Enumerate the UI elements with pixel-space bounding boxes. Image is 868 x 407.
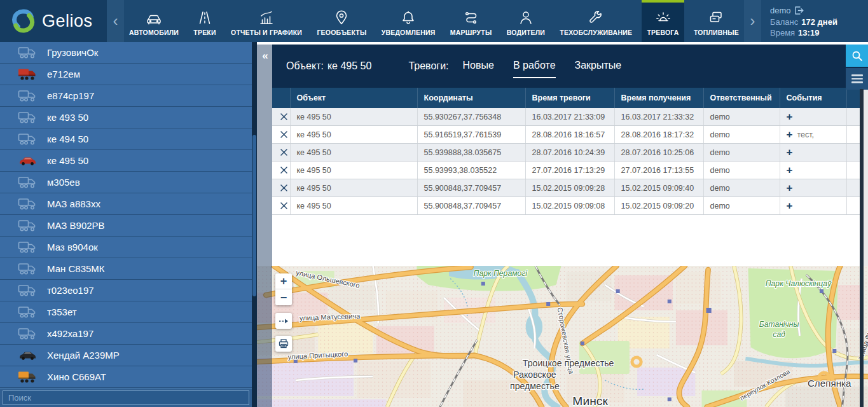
hamburger-icon [851, 74, 863, 76]
panel-search-button[interactable] [846, 45, 868, 67]
add-event-button[interactable]: + [787, 200, 793, 211]
vehicle-name: Хендай А239МР [47, 350, 120, 361]
map-zoom-controls: + − [275, 273, 292, 305]
search-input[interactable] [3, 390, 249, 405]
vehicle-list-item[interactable]: Хендай А239МР [0, 345, 252, 366]
vehicle-list-item[interactable]: м305ев [0, 172, 252, 193]
panel-menu-button[interactable] [846, 68, 868, 90]
vehicle-list-item[interactable]: т023ео197 [0, 280, 252, 301]
sidebar-scrollbar[interactable] [252, 42, 257, 407]
tab-new[interactable]: Новые [463, 60, 494, 78]
alarm-row[interactable]: ке 495 5055.93993,38.03552227.07.2016 17… [272, 162, 860, 179]
close-alarm-button[interactable] [279, 130, 289, 139]
alarm-row[interactable]: ке 495 5055.900848,37.70945715.02.2015 0… [272, 179, 860, 197]
column-header[interactable]: События [780, 88, 846, 108]
cell-events: + [780, 179, 846, 197]
nav-item-marshruty[interactable]: МАРШРУТЫ [445, 0, 497, 42]
map-label-rakovskoe-1: Раковское [513, 369, 556, 380]
vehicle-list-item[interactable]: Ман С835МК [0, 258, 252, 280]
chevron-left-icon: ‹ [113, 12, 118, 30]
close-alarm-button[interactable] [279, 112, 289, 121]
close-alarm-button[interactable] [279, 148, 289, 157]
alarm-row[interactable]: ке 495 5055.900848,37.70945715.02.2015 0… [272, 197, 860, 215]
sidebar-collapse-button[interactable]: « [257, 45, 272, 407]
vehicle-list-item[interactable]: ГрузовичОк [0, 42, 252, 64]
map-zoom-in-button[interactable]: + [275, 273, 292, 289]
truck-ghost-icon [17, 197, 38, 210]
vehicle-list-item[interactable]: МАЗ В902РВ [0, 215, 252, 237]
cell-responsible: demo [703, 144, 780, 162]
nav-scroll-right[interactable]: › [744, 0, 761, 42]
truck-ghost-icon [17, 327, 38, 340]
vehicle-list-item[interactable]: е874ср197 [0, 85, 252, 107]
vehicle-list-item[interactable]: т353ет [0, 301, 252, 323]
nav-item-label: ТРЕВОГА [647, 29, 679, 36]
close-alarm-button[interactable] [279, 201, 289, 210]
map-label-batanichny-2: сад [773, 330, 785, 339]
add-event-button[interactable]: + [787, 165, 793, 176]
map-zoom-out-button[interactable]: − [275, 289, 292, 305]
alarm-row[interactable]: ке 495 5055.916519,37.76153928.08.2016 1… [272, 126, 860, 144]
nav-scroll-left[interactable]: ‹ [107, 0, 124, 42]
column-header[interactable]: Ответственный [703, 88, 780, 108]
time-label: Время [770, 27, 795, 39]
user-name[interactable]: demo [770, 5, 791, 17]
content-scrollbar-track[interactable] [864, 89, 868, 266]
nav-item-tehobsluzhivanie[interactable]: ТЕХОБСЛУЖИВАНИЕ [555, 0, 637, 42]
close-alarm-button[interactable] [279, 165, 289, 175]
nav-item-toplivnye[interactable]: ТОПЛИВНЫЕ [689, 0, 744, 42]
truck-ghost-icon [17, 219, 38, 232]
column-header[interactable]: Объект [290, 88, 417, 108]
column-header[interactable]: Время получения [614, 88, 703, 108]
vehicle-list-item[interactable]: х492ха197 [0, 323, 252, 345]
map-measure-button[interactable] [275, 313, 292, 329]
truck-ghost-icon [17, 132, 38, 146]
nav-item-geoobekty[interactable]: ГЕООБЪЕКТЫ [312, 0, 371, 42]
alarms-label: Тревоги: [408, 60, 448, 72]
tab-in-progress[interactable]: В работе [513, 60, 556, 78]
vehicle-name: МАЗ а883хх [47, 198, 100, 209]
map-print-button[interactable] [275, 336, 292, 352]
cell-receive-time: 28.07.2016 10:25:06 [614, 144, 703, 162]
cell-spacer [846, 144, 860, 162]
add-event-button[interactable]: + [787, 129, 793, 140]
alarm-row[interactable]: ке 495 5055.930267,37.75634816.03.2017 2… [272, 108, 860, 126]
alarm-row[interactable]: ке 495 5055.939888,38.03567528.07.2016 1… [272, 144, 860, 162]
nav-item-treki[interactable]: ТРЕКИ [188, 0, 221, 42]
sidebar-scrollbar-thumb[interactable] [252, 135, 256, 296]
content-scrollbar[interactable] [860, 89, 864, 407]
vehicle-list-item[interactable]: ке 494 50 [0, 128, 252, 150]
vehicle-list-item[interactable]: е712ем [0, 64, 252, 85]
truck-ghost-icon [17, 111, 38, 124]
object-label: Объект: [286, 60, 324, 72]
cell-alarm-time: 15.02.2015 09:09:08 [525, 197, 614, 215]
vehicle-list-item[interactable]: Маз в904ок [0, 237, 252, 258]
nav-item-uvedomleniya[interactable]: УВЕДОМЛЕНИЯ [376, 0, 441, 42]
add-event-button[interactable]: + [787, 147, 793, 158]
vehicle-name: МАЗ В902РВ [47, 220, 105, 231]
vehicle-list-item[interactable]: ке 493 50 [0, 107, 252, 128]
vehicle-list-item[interactable]: ке 495 50 [0, 150, 252, 172]
nav-item-otchety[interactable]: ОТЧЕТЫ И ГРАФИКИ [226, 0, 307, 42]
column-header[interactable]: Координаты [417, 88, 525, 108]
cell-spacer [846, 179, 860, 197]
cell-responsible: demo [703, 162, 780, 179]
nav-item-avtomobili[interactable]: АВТОМОБИЛИ [124, 0, 184, 42]
nav-item-label: ТРЕКИ [193, 29, 216, 36]
map[interactable]: Парк Перамогі улица Ольшевского улица Ма… [257, 266, 868, 407]
car-icon [146, 8, 162, 26]
close-alarm-button[interactable] [279, 183, 289, 193]
app: Gelios ‹ АВТОМОБИЛИ ТРЕКИ ОТЧЕТЫ И ГРАФИ… [0, 0, 868, 407]
cell-alarm-time: 15.02.2015 09:09:28 [525, 179, 614, 197]
column-header[interactable]: Время тревоги [525, 88, 614, 108]
vehicle-list-item[interactable]: МАЗ а883хх [0, 193, 252, 215]
logout-icon[interactable] [794, 6, 804, 15]
nav-item-trevoga[interactable]: ТРЕВОГА [642, 0, 684, 42]
tab-closed[interactable]: Закрытые [575, 60, 622, 78]
vehicle-list-item[interactable]: Хино С669АТ [0, 366, 252, 388]
truck-ghost-icon [17, 305, 38, 319]
add-event-button[interactable]: + [787, 183, 793, 193]
map-label-park-peramohi: Парк Перамогі [474, 269, 528, 278]
add-event-button[interactable]: + [787, 111, 793, 122]
nav-item-voditeli[interactable]: ВОДИТЕЛИ [502, 0, 550, 42]
